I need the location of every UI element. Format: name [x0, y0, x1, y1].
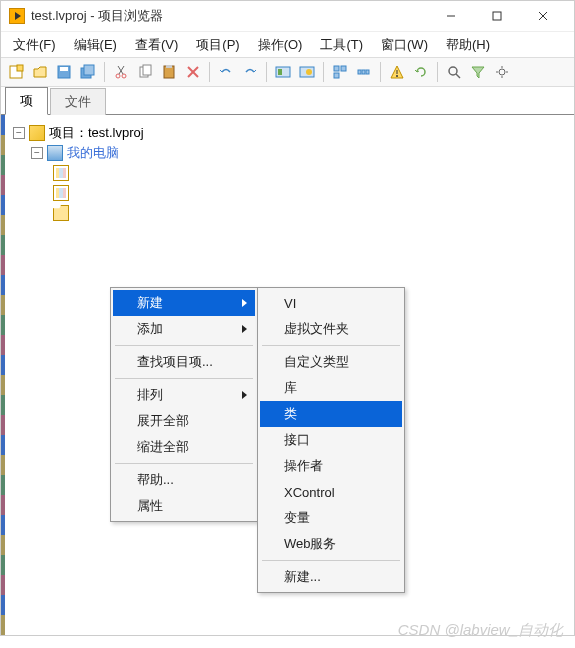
menu-expand-all[interactable]: 展开全部: [113, 408, 255, 434]
show-vi-button[interactable]: [272, 61, 294, 83]
svg-rect-26: [334, 73, 339, 78]
computer-icon: [47, 145, 63, 161]
svg-rect-5: [17, 65, 23, 71]
filter-button[interactable]: [467, 61, 489, 83]
project-icon: [29, 125, 45, 141]
open-button[interactable]: [29, 61, 51, 83]
menu-file[interactable]: 文件(F): [5, 33, 64, 57]
svg-rect-28: [362, 70, 365, 74]
menu-new-variable[interactable]: 变量: [260, 505, 402, 531]
svg-rect-21: [278, 69, 282, 75]
menu-window[interactable]: 窗口(W): [373, 33, 436, 57]
scroll-stripe: [1, 115, 5, 635]
submenu-arrow-icon: [242, 299, 247, 307]
menu-new-library[interactable]: 库: [260, 375, 402, 401]
submenu-arrow-icon: [242, 325, 247, 333]
menu-add[interactable]: 添加: [113, 316, 255, 342]
svg-point-31: [396, 75, 398, 77]
find-button[interactable]: [443, 61, 465, 83]
menu-find-project-items[interactable]: 查找项目项...: [113, 349, 255, 375]
show-palette-button[interactable]: [296, 61, 318, 83]
cut-button[interactable]: [110, 61, 132, 83]
vi-icon: [53, 165, 69, 181]
menu-new-more[interactable]: 新建...: [260, 564, 402, 590]
delete-button[interactable]: [182, 61, 204, 83]
menu-new-class[interactable]: 类: [260, 401, 402, 427]
menu-separator: [262, 560, 400, 561]
menu-new-webservice[interactable]: Web服务: [260, 531, 402, 557]
toolbar-separator: [104, 62, 105, 82]
menu-arrange[interactable]: 排列: [113, 382, 255, 408]
window-controls: [428, 1, 566, 31]
tree-node-child[interactable]: [9, 183, 570, 203]
menu-edit[interactable]: 编辑(E): [66, 33, 125, 57]
minimize-button[interactable]: [428, 1, 474, 31]
menu-properties[interactable]: 属性: [113, 493, 255, 519]
close-button[interactable]: [520, 1, 566, 31]
menu-project[interactable]: 项目(P): [188, 33, 247, 57]
project-explorer-window: test.lvproj - 项目浏览器 文件(F) 编辑(E) 查看(V) 项目…: [0, 0, 575, 636]
copy-button[interactable]: [134, 61, 156, 83]
svg-rect-24: [334, 66, 339, 71]
menu-new[interactable]: 新建: [113, 290, 255, 316]
tab-files[interactable]: 文件: [50, 88, 106, 115]
maximize-button[interactable]: [474, 1, 520, 31]
svg-rect-25: [341, 66, 346, 71]
paste-button[interactable]: [158, 61, 180, 83]
svg-rect-9: [84, 65, 94, 75]
expand-icon[interactable]: −: [31, 147, 43, 159]
redo-button[interactable]: [239, 61, 261, 83]
svg-point-23: [306, 69, 312, 75]
menu-tools[interactable]: 工具(T): [312, 33, 371, 57]
menu-new-virtual-folder[interactable]: 虚拟文件夹: [260, 316, 402, 342]
svg-rect-29: [366, 70, 369, 74]
watermark: CSDN @labview_自动化: [398, 621, 563, 640]
context-menu: 新建添加查找项目项...排列展开全部缩进全部帮助...属性: [110, 287, 258, 522]
settings-button[interactable]: [491, 61, 513, 83]
refresh-button[interactable]: [410, 61, 432, 83]
toolbar: [1, 57, 574, 87]
tree-root-label: 项目：test.lvproj: [49, 124, 144, 142]
menu-new-custom-type[interactable]: 自定义类型: [260, 349, 402, 375]
save-button[interactable]: [53, 61, 75, 83]
warning-button[interactable]: [386, 61, 408, 83]
svg-point-10: [116, 74, 120, 78]
distribute-button[interactable]: [353, 61, 375, 83]
svg-rect-7: [60, 67, 68, 71]
menu-new-interface[interactable]: 接口: [260, 427, 402, 453]
menu-new-vi[interactable]: VI: [260, 290, 402, 316]
menu-separator: [115, 378, 253, 379]
toolbar-separator: [437, 62, 438, 82]
menu-help[interactable]: 帮助(H): [438, 33, 498, 57]
menu-new-xcontrol[interactable]: XControl: [260, 479, 402, 505]
tree-node-child[interactable]: [9, 203, 570, 223]
undo-button[interactable]: [215, 61, 237, 83]
svg-line-13: [118, 66, 123, 74]
svg-rect-15: [143, 65, 151, 75]
window-title: test.lvproj - 项目浏览器: [31, 7, 428, 25]
svg-point-34: [499, 69, 505, 75]
tree-root[interactable]: − 项目：test.lvproj: [9, 123, 570, 143]
tree-view[interactable]: − 项目：test.lvproj − 我的电脑 新建添加查找项目项...排列展开…: [1, 115, 574, 635]
menu-operate[interactable]: 操作(O): [250, 33, 311, 57]
menu-new-actor[interactable]: 操作者: [260, 453, 402, 479]
titlebar[interactable]: test.lvproj - 项目浏览器: [1, 1, 574, 31]
menu-collapse-all[interactable]: 缩进全部: [113, 434, 255, 460]
menu-help[interactable]: 帮助...: [113, 467, 255, 493]
submenu-arrow-icon: [242, 391, 247, 399]
menu-separator: [115, 345, 253, 346]
save-all-button[interactable]: [77, 61, 99, 83]
tree-node-mycomputer[interactable]: − 我的电脑: [9, 143, 570, 163]
tree-node-child[interactable]: [9, 163, 570, 183]
arrange-button[interactable]: [329, 61, 351, 83]
svg-line-33: [456, 74, 460, 78]
svg-rect-1: [493, 12, 501, 20]
new-vi-button[interactable]: [5, 61, 27, 83]
expand-icon[interactable]: −: [13, 127, 25, 139]
menu-view[interactable]: 查看(V): [127, 33, 186, 57]
tabbar: 项 文件: [1, 87, 574, 115]
toolbar-separator: [380, 62, 381, 82]
svg-point-32: [449, 67, 457, 75]
svg-point-11: [122, 74, 126, 78]
tab-items[interactable]: 项: [5, 87, 48, 115]
